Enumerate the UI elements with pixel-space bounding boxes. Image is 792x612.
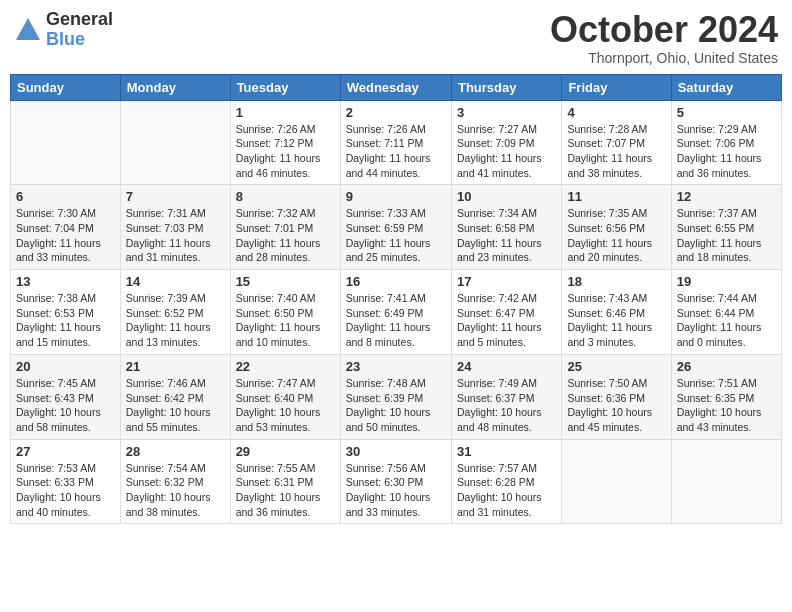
column-header-wednesday: Wednesday <box>340 74 451 100</box>
calendar-cell: 20Sunrise: 7:45 AM Sunset: 6:43 PM Dayli… <box>11 354 121 439</box>
day-info: Sunrise: 7:32 AM Sunset: 7:01 PM Dayligh… <box>236 206 335 265</box>
day-info: Sunrise: 7:35 AM Sunset: 6:56 PM Dayligh… <box>567 206 665 265</box>
day-number: 24 <box>457 359 556 374</box>
day-info: Sunrise: 7:28 AM Sunset: 7:07 PM Dayligh… <box>567 122 665 181</box>
day-info: Sunrise: 7:50 AM Sunset: 6:36 PM Dayligh… <box>567 376 665 435</box>
day-number: 17 <box>457 274 556 289</box>
month-title: October 2024 <box>550 10 778 50</box>
day-number: 25 <box>567 359 665 374</box>
location-text: Thornport, Ohio, United States <box>550 50 778 66</box>
calendar-cell: 13Sunrise: 7:38 AM Sunset: 6:53 PM Dayli… <box>11 270 121 355</box>
calendar-cell: 16Sunrise: 7:41 AM Sunset: 6:49 PM Dayli… <box>340 270 451 355</box>
column-header-thursday: Thursday <box>451 74 561 100</box>
calendar-cell: 7Sunrise: 7:31 AM Sunset: 7:03 PM Daylig… <box>120 185 230 270</box>
title-section: October 2024 Thornport, Ohio, United Sta… <box>550 10 778 66</box>
day-info: Sunrise: 7:26 AM Sunset: 7:12 PM Dayligh… <box>236 122 335 181</box>
day-number: 10 <box>457 189 556 204</box>
day-info: Sunrise: 7:46 AM Sunset: 6:42 PM Dayligh… <box>126 376 225 435</box>
day-number: 21 <box>126 359 225 374</box>
logo-icon <box>14 16 42 44</box>
day-info: Sunrise: 7:31 AM Sunset: 7:03 PM Dayligh… <box>126 206 225 265</box>
calendar-cell: 28Sunrise: 7:54 AM Sunset: 6:32 PM Dayli… <box>120 439 230 524</box>
day-info: Sunrise: 7:34 AM Sunset: 6:58 PM Dayligh… <box>457 206 556 265</box>
day-number: 1 <box>236 105 335 120</box>
day-number: 9 <box>346 189 446 204</box>
calendar-cell: 31Sunrise: 7:57 AM Sunset: 6:28 PM Dayli… <box>451 439 561 524</box>
calendar-header-row: SundayMondayTuesdayWednesdayThursdayFrid… <box>11 74 782 100</box>
day-info: Sunrise: 7:26 AM Sunset: 7:11 PM Dayligh… <box>346 122 446 181</box>
day-info: Sunrise: 7:40 AM Sunset: 6:50 PM Dayligh… <box>236 291 335 350</box>
calendar-cell: 25Sunrise: 7:50 AM Sunset: 6:36 PM Dayli… <box>562 354 671 439</box>
day-info: Sunrise: 7:55 AM Sunset: 6:31 PM Dayligh… <box>236 461 335 520</box>
day-info: Sunrise: 7:47 AM Sunset: 6:40 PM Dayligh… <box>236 376 335 435</box>
calendar-cell: 8Sunrise: 7:32 AM Sunset: 7:01 PM Daylig… <box>230 185 340 270</box>
day-info: Sunrise: 7:39 AM Sunset: 6:52 PM Dayligh… <box>126 291 225 350</box>
calendar-cell: 18Sunrise: 7:43 AM Sunset: 6:46 PM Dayli… <box>562 270 671 355</box>
logo-text: General Blue <box>46 10 113 50</box>
day-number: 20 <box>16 359 115 374</box>
column-header-tuesday: Tuesday <box>230 74 340 100</box>
calendar-cell: 14Sunrise: 7:39 AM Sunset: 6:52 PM Dayli… <box>120 270 230 355</box>
day-number: 28 <box>126 444 225 459</box>
calendar-cell: 10Sunrise: 7:34 AM Sunset: 6:58 PM Dayli… <box>451 185 561 270</box>
day-info: Sunrise: 7:37 AM Sunset: 6:55 PM Dayligh… <box>677 206 776 265</box>
calendar-cell: 11Sunrise: 7:35 AM Sunset: 6:56 PM Dayli… <box>562 185 671 270</box>
day-info: Sunrise: 7:44 AM Sunset: 6:44 PM Dayligh… <box>677 291 776 350</box>
day-info: Sunrise: 7:29 AM Sunset: 7:06 PM Dayligh… <box>677 122 776 181</box>
calendar-week-row: 13Sunrise: 7:38 AM Sunset: 6:53 PM Dayli… <box>11 270 782 355</box>
day-info: Sunrise: 7:53 AM Sunset: 6:33 PM Dayligh… <box>16 461 115 520</box>
day-info: Sunrise: 7:57 AM Sunset: 6:28 PM Dayligh… <box>457 461 556 520</box>
day-info: Sunrise: 7:43 AM Sunset: 6:46 PM Dayligh… <box>567 291 665 350</box>
calendar-cell: 9Sunrise: 7:33 AM Sunset: 6:59 PM Daylig… <box>340 185 451 270</box>
calendar-week-row: 27Sunrise: 7:53 AM Sunset: 6:33 PM Dayli… <box>11 439 782 524</box>
day-number: 14 <box>126 274 225 289</box>
day-number: 3 <box>457 105 556 120</box>
day-info: Sunrise: 7:51 AM Sunset: 6:35 PM Dayligh… <box>677 376 776 435</box>
logo-blue-text: Blue <box>46 30 113 50</box>
day-number: 30 <box>346 444 446 459</box>
day-info: Sunrise: 7:49 AM Sunset: 6:37 PM Dayligh… <box>457 376 556 435</box>
day-number: 22 <box>236 359 335 374</box>
calendar-cell <box>120 100 230 185</box>
calendar-week-row: 6Sunrise: 7:30 AM Sunset: 7:04 PM Daylig… <box>11 185 782 270</box>
day-number: 23 <box>346 359 446 374</box>
day-info: Sunrise: 7:41 AM Sunset: 6:49 PM Dayligh… <box>346 291 446 350</box>
calendar-cell: 6Sunrise: 7:30 AM Sunset: 7:04 PM Daylig… <box>11 185 121 270</box>
calendar-cell: 12Sunrise: 7:37 AM Sunset: 6:55 PM Dayli… <box>671 185 781 270</box>
calendar-cell <box>671 439 781 524</box>
day-info: Sunrise: 7:45 AM Sunset: 6:43 PM Dayligh… <box>16 376 115 435</box>
day-number: 6 <box>16 189 115 204</box>
calendar-week-row: 1Sunrise: 7:26 AM Sunset: 7:12 PM Daylig… <box>11 100 782 185</box>
calendar-cell <box>11 100 121 185</box>
day-info: Sunrise: 7:56 AM Sunset: 6:30 PM Dayligh… <box>346 461 446 520</box>
calendar-cell: 30Sunrise: 7:56 AM Sunset: 6:30 PM Dayli… <box>340 439 451 524</box>
day-number: 15 <box>236 274 335 289</box>
day-info: Sunrise: 7:33 AM Sunset: 6:59 PM Dayligh… <box>346 206 446 265</box>
day-number: 16 <box>346 274 446 289</box>
column-header-sunday: Sunday <box>11 74 121 100</box>
day-info: Sunrise: 7:38 AM Sunset: 6:53 PM Dayligh… <box>16 291 115 350</box>
day-info: Sunrise: 7:27 AM Sunset: 7:09 PM Dayligh… <box>457 122 556 181</box>
calendar-table: SundayMondayTuesdayWednesdayThursdayFrid… <box>10 74 782 525</box>
column-header-monday: Monday <box>120 74 230 100</box>
day-info: Sunrise: 7:30 AM Sunset: 7:04 PM Dayligh… <box>16 206 115 265</box>
day-number: 7 <box>126 189 225 204</box>
calendar-cell: 15Sunrise: 7:40 AM Sunset: 6:50 PM Dayli… <box>230 270 340 355</box>
logo: General Blue <box>14 10 113 50</box>
calendar-cell: 1Sunrise: 7:26 AM Sunset: 7:12 PM Daylig… <box>230 100 340 185</box>
day-number: 8 <box>236 189 335 204</box>
day-number: 11 <box>567 189 665 204</box>
day-number: 26 <box>677 359 776 374</box>
calendar-cell <box>562 439 671 524</box>
day-number: 4 <box>567 105 665 120</box>
day-number: 18 <box>567 274 665 289</box>
calendar-cell: 26Sunrise: 7:51 AM Sunset: 6:35 PM Dayli… <box>671 354 781 439</box>
day-number: 31 <box>457 444 556 459</box>
calendar-cell: 24Sunrise: 7:49 AM Sunset: 6:37 PM Dayli… <box>451 354 561 439</box>
day-number: 29 <box>236 444 335 459</box>
day-number: 5 <box>677 105 776 120</box>
day-number: 19 <box>677 274 776 289</box>
calendar-cell: 4Sunrise: 7:28 AM Sunset: 7:07 PM Daylig… <box>562 100 671 185</box>
day-number: 27 <box>16 444 115 459</box>
calendar-cell: 27Sunrise: 7:53 AM Sunset: 6:33 PM Dayli… <box>11 439 121 524</box>
